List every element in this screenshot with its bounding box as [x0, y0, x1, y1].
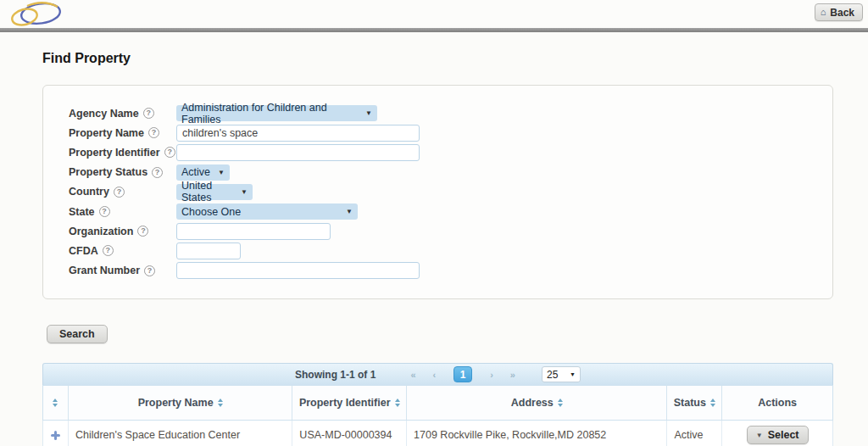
country-select[interactable]: United States ▼	[176, 184, 253, 200]
sort-icon[interactable]	[395, 399, 400, 407]
state-label-text: State	[69, 206, 95, 218]
property-status-label-text: Property Status	[69, 166, 147, 178]
country-selected-value: United States	[181, 180, 234, 203]
last-page-icon[interactable]: »	[506, 370, 520, 380]
form-row-grant-number: Grant Number ?	[69, 261, 832, 281]
page-size-value: 25	[547, 369, 558, 381]
column-label: Actions	[758, 397, 797, 409]
grant-number-label-text: Grant Number	[69, 265, 140, 276]
property-identifier-label-text: Property Identifier	[69, 147, 160, 159]
agency-name-label-text: Agency Name	[69, 108, 139, 120]
property-name-label-text: Property Name	[69, 127, 144, 139]
expand-row-cell	[43, 421, 69, 446]
column-header-status[interactable]: Status	[667, 386, 722, 420]
state-select[interactable]: Choose One ▼	[176, 203, 358, 220]
organization-label-text: Organization	[69, 226, 133, 237]
sort-icon[interactable]	[710, 399, 715, 407]
column-header-address[interactable]: Address	[407, 386, 667, 420]
search-button[interactable]: Search	[47, 325, 108, 343]
form-row-property-name: Property Name ?	[69, 123, 832, 142]
status-cell: Active	[667, 421, 722, 446]
actions-cell: ▼ Select	[722, 421, 832, 446]
property-name-cell: Children's Space Education Center	[69, 421, 292, 446]
chevron-down-icon: ▼	[365, 109, 372, 117]
property-status-label: Property Status ?	[69, 166, 176, 178]
grant-number-input[interactable]	[176, 262, 420, 279]
sort-icon[interactable]	[53, 399, 58, 407]
form-row-country: Country ? United States ▼	[69, 182, 832, 202]
form-row-state: State ? Choose One ▼	[69, 202, 832, 221]
form-row-property-status: Property Status ? Active ▼	[69, 163, 832, 182]
property-identifier-input[interactable]	[176, 144, 420, 161]
chevron-down-icon: ▼	[241, 188, 248, 196]
state-selected-value: Choose One	[181, 206, 241, 218]
showing-results-text: Showing 1-1 of 1	[295, 369, 376, 381]
cfda-label: CFDA ?	[69, 245, 176, 257]
table-row: Children's Space Education Center USA-MD…	[42, 421, 833, 446]
column-header-actions: Actions	[722, 386, 832, 420]
help-icon[interactable]: ?	[137, 226, 148, 237]
select-button[interactable]: ▼ Select	[747, 426, 809, 444]
help-icon[interactable]: ?	[148, 127, 159, 138]
help-icon[interactable]: ?	[114, 187, 125, 198]
back-button[interactable]: ⌂ Back	[815, 3, 863, 21]
organization-label: Organization ?	[69, 226, 176, 237]
help-icon[interactable]: ?	[99, 206, 110, 217]
grant-number-label: Grant Number ?	[69, 265, 176, 276]
cfda-label-text: CFDA	[69, 245, 98, 257]
chevron-down-icon: ▼	[346, 208, 353, 215]
app-logo-icon	[7, 1, 63, 28]
chevron-down-icon: ▼	[756, 432, 763, 439]
cfda-input[interactable]	[176, 243, 241, 259]
form-row-cfda: CFDA ?	[69, 241, 832, 260]
sort-icon[interactable]	[558, 399, 563, 407]
column-header-property-identifier[interactable]: Property Identifier	[292, 386, 407, 420]
agency-name-selected-value: Administration for Children and Families	[181, 102, 359, 125]
sort-icon[interactable]	[218, 399, 223, 407]
column-label: Status	[674, 397, 706, 409]
next-page-icon[interactable]: ›	[486, 370, 498, 380]
page-title: Find Property	[42, 51, 131, 66]
organization-input[interactable]	[176, 223, 331, 240]
agency-name-label: Agency Name ?	[69, 108, 176, 120]
country-label: Country ?	[69, 186, 176, 198]
property-status-select[interactable]: Active ▼	[176, 164, 230, 181]
table-header-row: Property Name Property Identifier Addres…	[42, 385, 833, 421]
column-label: Property Name	[138, 397, 214, 409]
page-number-button[interactable]: 1	[453, 366, 472, 382]
form-row-property-identifier: Property Identifier ?	[69, 142, 832, 162]
form-row-agency-name: Agency Name ? Administration for Childre…	[69, 103, 832, 123]
home-icon: ⌂	[821, 8, 826, 17]
column-header-property-name[interactable]: Property Name	[69, 386, 292, 420]
property-name-input[interactable]	[176, 125, 420, 142]
property-status-selected-value: Active	[181, 166, 210, 178]
property-identifier-cell: USA-MD-00000394	[292, 421, 407, 446]
help-icon[interactable]: ?	[143, 108, 154, 119]
help-icon[interactable]: ?	[152, 167, 163, 178]
expand-plus-icon[interactable]	[51, 431, 60, 440]
column-label: Address	[511, 397, 554, 409]
property-identifier-label: Property Identifier ?	[69, 147, 176, 159]
select-button-label: Select	[768, 429, 799, 441]
chevron-down-icon: ▼	[570, 371, 576, 377]
previous-page-icon[interactable]: ‹	[429, 370, 441, 380]
column-label: Property Identifier	[299, 397, 391, 409]
page-size-select[interactable]: 25 ▼	[542, 366, 581, 382]
address-cell: 1709 Rockville Pike, Rockville,MD 20852	[407, 421, 667, 446]
help-icon[interactable]: ?	[144, 265, 155, 276]
header-divider	[0, 28, 868, 32]
help-icon[interactable]: ?	[103, 245, 114, 256]
chevron-down-icon: ▼	[218, 169, 225, 176]
property-name-label: Property Name ?	[69, 127, 176, 139]
help-icon[interactable]: ?	[164, 147, 175, 158]
first-page-icon[interactable]: «	[406, 370, 420, 380]
column-header-sort[interactable]	[43, 386, 69, 420]
back-button-label: Back	[830, 7, 854, 19]
top-header: ⌂ Back	[0, 0, 868, 28]
form-row-organization: Organization ?	[69, 221, 832, 241]
results-table: Showing 1-1 of 1 « ‹ 1 › » 25 ▼ Property…	[42, 363, 833, 446]
state-label: State ?	[69, 206, 176, 218]
find-property-form: Agency Name ? Administration for Childre…	[42, 85, 833, 299]
agency-name-select[interactable]: Administration for Children and Families…	[176, 105, 377, 121]
pagination-bar: Showing 1-1 of 1 « ‹ 1 › » 25 ▼	[42, 363, 833, 385]
